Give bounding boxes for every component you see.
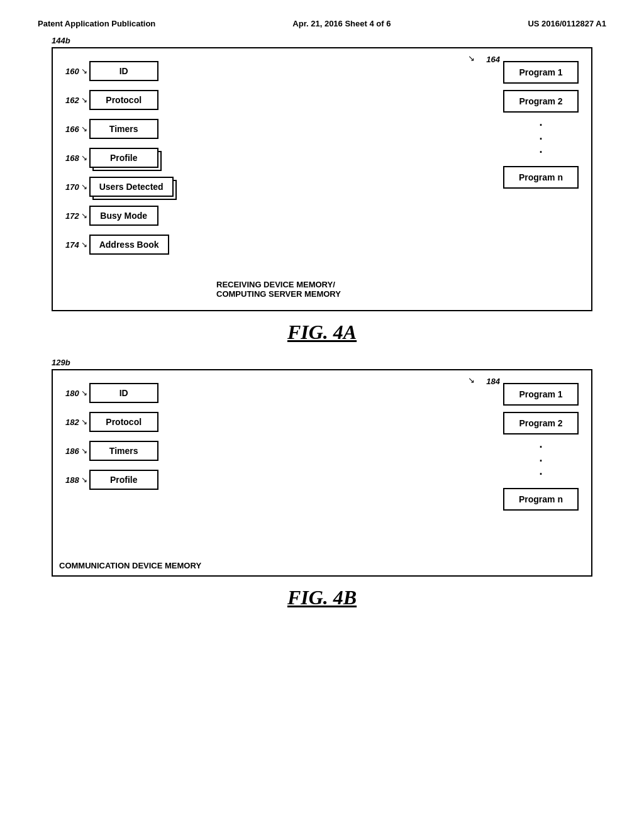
fig4a-prog2: Program 2: [503, 90, 579, 113]
fig4b-item-timers: 186 ↘ Timers: [65, 441, 158, 461]
fig4a-item-users: 170 ↘ Users Detected: [65, 177, 174, 197]
header-left: Patent Application Publication: [38, 19, 155, 28]
fig4b-box-profile: Profile: [89, 470, 158, 490]
fig4b-diagram: 180 ↘ ID 182 ↘ Protocol 186: [52, 369, 592, 577]
fig4a-ref-166: 166: [65, 124, 79, 134]
fig4a-item-protocol: 162 ↘ Protocol: [65, 90, 174, 110]
fig4a-progn: Program n: [503, 166, 579, 189]
fig4b-box-id: ID: [89, 383, 158, 403]
fig4b-outer-label: 129b: [52, 358, 70, 367]
fig4a-ref-172: 172: [65, 211, 79, 221]
fig4a-box-busy: Busy Mode: [89, 206, 158, 226]
fig4a-ref-174: 174: [65, 240, 79, 250]
fig4b-right-progs: Program 1 Program 2 ··· Program n: [503, 383, 579, 511]
fig4b-item-id: 180 ↘ ID: [65, 383, 158, 403]
fig4b-left-items: 180 ↘ ID 182 ↘ Protocol 186: [65, 383, 158, 490]
fig4a-ref-170: 170: [65, 182, 79, 192]
fig4b-progn: Program n: [503, 488, 579, 511]
fig4b-box-timers: Timers: [89, 441, 158, 461]
page-header: Patent Application Publication Apr. 21, …: [38, 13, 606, 28]
fig4a-ref-162: 162: [65, 96, 79, 105]
fig4a-item-profile: 168 ↘ Profile: [65, 148, 174, 168]
fig4a-ref-168: 168: [65, 153, 79, 163]
fig4b-bottom-label: COMMUNICATION DEVICE MEMORY: [59, 561, 201, 570]
fig4b-ref-186: 186: [65, 446, 79, 456]
fig4b-ref-182: 182: [65, 418, 79, 427]
fig4b-label-184: 184: [486, 377, 500, 386]
fig4a-item-busy: 172 ↘ Busy Mode: [65, 206, 174, 226]
fig4a-left-items: 160 ↘ ID 162 ↘ Protocol 166: [65, 61, 174, 255]
fig4a-box-addressbook: Address Book: [89, 235, 169, 255]
fig4b-ref-180: 180: [65, 389, 79, 398]
fig4a-memory-label: RECEIVING DEVICE MEMORY/ COMPUTING SERVE…: [216, 280, 341, 299]
fig4a-box-protocol: Protocol: [89, 90, 158, 110]
fig4b-title: FIG. 4B: [38, 586, 606, 609]
fig4a-box-timers: Timers: [89, 119, 158, 139]
fig4a-prog1: Program 1: [503, 61, 579, 84]
fig4b-item-profile: 188 ↘ Profile: [65, 470, 158, 490]
fig4a-box-profile: Profile: [89, 148, 158, 168]
fig4a-box-profile-wrapper: Profile: [89, 148, 158, 168]
figure-4b-container: 129b 180 ↘ ID 182 ↘ Protocol: [38, 369, 606, 609]
fig4a-box-id: ID: [89, 61, 158, 81]
fig4a-right-progs: Program 1 Program 2 ··· Program n: [503, 61, 579, 189]
fig4a-box-users: Users Detected: [89, 177, 174, 197]
fig4a-dots: ···: [503, 119, 579, 160]
header-center: Apr. 21, 2016 Sheet 4 of 6: [292, 19, 391, 28]
fig4a-label-164: 164: [486, 55, 500, 64]
fig4b-box-protocol: Protocol: [89, 412, 158, 432]
fig4a-title: FIG. 4A: [38, 321, 606, 344]
fig4a-item-addressbook: 174 ↘ Address Book: [65, 235, 174, 255]
fig4a-diagram: 160 ↘ ID 162 ↘ Protocol 166: [52, 47, 592, 311]
fig4b-prog1: Program 1: [503, 383, 579, 406]
fig4a-ref-160: 160: [65, 67, 79, 76]
fig4b-item-protocol: 182 ↘ Protocol: [65, 412, 158, 432]
fig4b-ref-188: 188: [65, 475, 79, 485]
fig4a-box-users-wrapper: Users Detected: [89, 177, 174, 197]
fig4b-prog2: Program 2: [503, 412, 579, 434]
fig4a-outer-label: 144b: [52, 36, 70, 45]
header-right: US 2016/0112827 A1: [528, 19, 606, 28]
fig4a-item-id: 160 ↘ ID: [65, 61, 174, 81]
fig4b-dots: ···: [503, 441, 579, 482]
fig4a-item-timers: 166 ↘ Timers: [65, 119, 174, 139]
figure-4a-container: 144b 160 ↘ ID 162 ↘ Protocol: [38, 47, 606, 344]
